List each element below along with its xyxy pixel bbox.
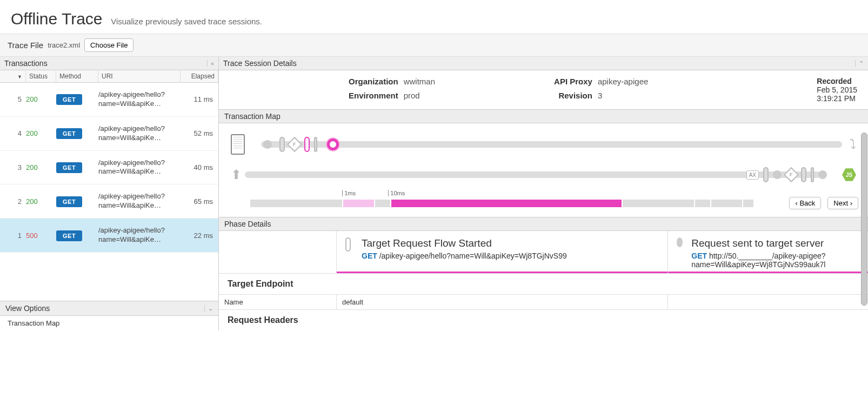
recorded-label: Recorded (817, 77, 857, 85)
tx-status: 200 (26, 197, 56, 206)
tx-uri: /apikey-apigee/hello?name=Will&apiKe… (98, 90, 181, 109)
col-uri[interactable]: URI (98, 70, 181, 82)
phase-pill-icon (345, 237, 351, 252)
tx-index: 2 (0, 197, 26, 206)
tx-uri: /apikey-apigee/hello?name=Will&apiKe… (98, 124, 181, 143)
apiproxy-label: API Proxy (554, 77, 592, 89)
transaction-row[interactable]: 3200GET/apikey-apigee/hello?name=Will&ap… (0, 151, 218, 185)
tx-uri: /apikey-apigee/hello?name=Will&apiKe… (98, 158, 181, 177)
transaction-map[interactable]: F ⤵ ⬆ AX F JS (219, 123, 868, 193)
phase-left-uri: /apikey-apigee/hello?name=Will&apiKey=Wj… (379, 252, 567, 260)
tx-status: 200 (26, 95, 56, 103)
flow-pill[interactable] (763, 167, 769, 182)
target-endpoint-name-value: default (337, 295, 668, 309)
request-headers-title: Request Headers (228, 315, 859, 325)
tx-method-badge: GET (56, 162, 82, 173)
flow-pill[interactable] (801, 167, 806, 182)
transaction-row[interactable]: 1500GET/apikey-apigee/hello?name=Will&ap… (0, 219, 218, 253)
scrollbar-thumb[interactable] (861, 133, 867, 306)
view-options-title: View Options (5, 304, 50, 313)
phase-right-method: GET (691, 252, 707, 260)
flow-pill[interactable] (811, 167, 814, 182)
organization-label: Organization (349, 77, 398, 89)
flow-pill[interactable] (279, 137, 285, 152)
phase-left-title: Target Request Flow Started (362, 237, 567, 249)
sort-caret-icon[interactable]: ▼ (17, 74, 22, 80)
phase-left-method: GET (362, 252, 377, 260)
phase-dot-icon (677, 237, 683, 247)
flow-pill-active[interactable] (304, 137, 310, 152)
tx-index: 3 (0, 163, 26, 171)
phase-target-request[interactable]: Target Request Flow Started GET /apikey-… (337, 231, 668, 273)
tx-elapsed: 22 ms (181, 232, 218, 240)
transactions-panel-title: Transactions (4, 59, 48, 68)
tx-uri: /apikey-apigee/hello?name=Will&apiKe… (98, 192, 181, 210)
tx-index: 1 (0, 232, 26, 240)
next-button[interactable]: Next › (827, 197, 858, 209)
transaction-map-header: Transaction Map (219, 109, 868, 123)
tx-method-badge: GET (56, 94, 82, 105)
revision-value: 3 (598, 91, 648, 103)
col-status[interactable]: Status (26, 70, 56, 82)
transaction-row[interactable]: 2200GET/apikey-apigee/hello?name=Will&ap… (0, 184, 218, 219)
transactions-table-header: ▼ Status Method URI Elapsed (0, 70, 218, 83)
tracefile-label: Trace File (8, 41, 43, 50)
flow-condition-icon[interactable]: F (784, 167, 799, 182)
environment-label: Environment (349, 91, 398, 103)
timing-label-1ms: 1ms (342, 190, 356, 196)
tx-method-badge: GET (56, 230, 82, 241)
tx-index: 5 (0, 95, 26, 103)
timing-bar[interactable]: 1ms 10ms (250, 200, 761, 207)
arrow-down-icon: ⤵ (850, 137, 856, 152)
tx-status: 200 (26, 129, 56, 137)
back-button[interactable]: ‹ Back (789, 197, 821, 209)
tracefile-bar: Trace File trace2.xml Choose File (0, 34, 868, 57)
tx-elapsed: 65 ms (181, 197, 218, 206)
target-endpoint-name-label: Name (219, 295, 337, 309)
recorded-date: Feb 5, 2015 (817, 85, 857, 94)
timing-label-10ms: 10ms (388, 190, 405, 196)
details-panel-title: Trace Session Details (223, 59, 297, 68)
tx-method-badge: GET (56, 196, 82, 207)
ax-node[interactable]: AX (746, 170, 759, 180)
tx-status: 500 (26, 232, 56, 240)
tx-elapsed: 52 ms (181, 129, 218, 137)
view-options-toggle-icon[interactable]: ⌄ (204, 305, 213, 312)
flow-condition-icon[interactable]: F (287, 137, 302, 152)
tx-method-badge: GET (56, 128, 82, 139)
flow-pill[interactable] (314, 137, 317, 152)
view-option-transaction-map[interactable]: Transaction Map (8, 319, 211, 327)
col-method[interactable]: Method (56, 70, 98, 82)
page-title: Offline Trace (11, 10, 103, 28)
apiproxy-value: apikey-apigee (598, 77, 648, 89)
flow-node[interactable] (263, 140, 272, 149)
flow-node[interactable] (773, 170, 782, 179)
flow-node-selected[interactable] (327, 138, 339, 150)
tx-index: 4 (0, 129, 26, 137)
recorded-time: 3:19:21 PM (817, 94, 857, 103)
tx-status: 200 (26, 163, 56, 171)
tx-uri: /apikey-apigee/hello?name=Will&apiKe… (98, 226, 181, 244)
transaction-row[interactable]: 5200GET/apikey-apigee/hello?name=Will&ap… (0, 83, 218, 117)
phase-details-header: Phase Details (219, 217, 868, 231)
flow-node[interactable] (818, 170, 827, 179)
view-options-header[interactable]: View Options ⌄ (0, 301, 218, 316)
tracefile-name: trace2.xml (48, 41, 80, 49)
phase-request-sent[interactable]: Request sent to target server GET http:/… (668, 231, 868, 273)
transaction-row[interactable]: 4200GET/apikey-apigee/hello?name=Will&ap… (0, 117, 218, 151)
phase-right-title: Request sent to target server (691, 237, 859, 249)
target-nodejs-icon[interactable]: JS (842, 168, 856, 182)
tx-elapsed: 40 ms (181, 163, 218, 171)
page-subtitle: Visualize previously saved trace session… (111, 17, 262, 26)
organization-value: wwitman (404, 77, 435, 89)
revision-label: Revision (554, 91, 592, 103)
target-endpoint-title: Target Endpoint (228, 279, 859, 289)
tx-elapsed: 11 ms (181, 95, 218, 103)
collapse-left-icon[interactable]: « (207, 60, 214, 67)
client-device-icon (231, 134, 245, 155)
arrow-up-icon: ⬆ (231, 167, 242, 182)
choose-file-button[interactable]: Choose File (84, 38, 133, 52)
col-elapsed[interactable]: Elapsed (181, 70, 218, 82)
expand-details-icon[interactable]: ⌃ (855, 60, 864, 67)
environment-value: prod (404, 91, 435, 103)
